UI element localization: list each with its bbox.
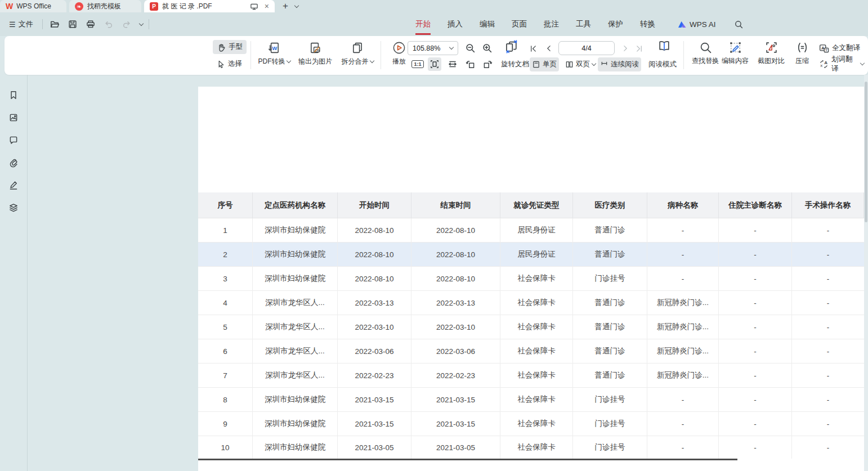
table-cell: 深圳市妇幼保健院 [253,218,338,243]
zoom-in-button[interactable] [481,42,493,54]
single-page-label: 单页 [543,60,557,69]
edit-content-icon [729,41,742,55]
table-row[interactable]: 1深圳市妇幼保健院2022-08-102022-08-10居民身份证普通门诊--… [198,218,864,243]
tab-list-chevron-icon[interactable] [294,3,299,7]
page-indicator-input[interactable]: 4/4 [558,41,615,55]
table-row[interactable]: 9深圳市妇幼保健院2021-03-152021-03-15社会保障卡门诊挂号--… [198,412,864,436]
read-mode-icon[interactable] [655,40,673,52]
zoom-level-select[interactable]: 105.88% [408,41,458,55]
table-cell: - [792,315,864,339]
menu-item-8[interactable]: 转换 [640,19,655,29]
tab-docer[interactable]: ❧ 找稻壳模板 [69,0,141,12]
table-row[interactable]: 3深圳市妇幼保健院2022-08-102022-08-10社会保障卡门诊挂号--… [198,267,864,291]
pdf-convert-button[interactable]: W PDF转换 [254,41,294,66]
quickbar-chevron-icon[interactable] [138,21,143,25]
menu-item-4[interactable]: 页面 [512,19,527,29]
edit-content-button[interactable]: 编辑内容 [717,41,753,66]
table-row[interactable]: 10深圳市妇幼保健院2021-03-052021-03-05社会保障卡门诊挂号-… [198,436,864,459]
signature-icon[interactable] [7,178,20,192]
table-row[interactable]: 7深圳市龙华区人...2022-02-232022-02-23社会保障卡普通门诊… [198,364,864,388]
screenshot-compare-button[interactable]: 截图对比 [753,41,789,66]
full-translate-button[interactable]: A 文 全文翻译 [815,41,864,55]
table-row[interactable]: 6深圳市龙华区人...2022-03-062022-03-06社会保障卡普通门诊… [198,339,864,364]
prev-page-button[interactable] [543,42,555,55]
edit-content-label: 编辑内容 [722,56,749,66]
first-page-button[interactable] [527,42,539,55]
bookmark-icon[interactable] [7,88,20,102]
screen-cast-icon[interactable] [248,0,261,12]
table-row[interactable]: 4深圳市龙华区人...2022-03-132022-03-13社会保障卡普通门诊… [198,291,864,315]
scrollbar-thumb[interactable] [865,82,867,222]
new-tab-button[interactable]: + [279,1,292,12]
split-merge-button[interactable]: 拆分合并 [337,41,378,66]
menu-right: WPS AI [671,12,745,36]
table-cell: 普通门诊 [573,315,647,339]
compress-icon [796,41,809,55]
document-area[interactable]: 序号定点医药机构名称开始时间结束时间就诊凭证类型医疗类别病种名称住院主诊断名称手… [28,75,868,471]
menu-item-3[interactable]: 编辑 [480,19,495,29]
table-bottom-border [198,459,737,460]
screenshot-compare-label: 截图对比 [758,56,785,66]
zoom-out-button[interactable] [464,42,476,54]
table-row[interactable]: 5深圳市龙华区人...2022-03-102022-03-10社会保障卡普通门诊… [198,315,864,339]
next-page-button[interactable] [619,42,632,55]
actual-size-button[interactable]: 1:1 [411,57,424,71]
menu-item-1[interactable]: 开始 [415,19,431,29]
undo-icon[interactable] [102,18,115,30]
select-tool-button[interactable]: 选择 [213,57,246,71]
table-row[interactable]: 2深圳市妇幼保健院2022-08-102022-08-10居民身份证普通门诊--… [198,243,864,267]
menu-item-7[interactable]: 保护 [608,19,623,29]
table-cell: 2022-08-10 [411,218,500,243]
tab-wps-home[interactable]: W WPS Office [0,0,66,12]
read-mode-button[interactable]: 阅读模式 [646,57,679,71]
last-page-button[interactable] [633,42,645,55]
table-cell: - [719,388,792,412]
word-translate-button[interactable]: x A 划词翻译 [815,57,868,71]
split-merge-icon [351,41,364,55]
attachment-icon[interactable] [7,156,20,169]
redo-icon[interactable] [120,18,133,30]
chevron-down-icon [369,59,374,63]
rotate-pages-button[interactable] [503,41,520,53]
rotate-document-button[interactable]: 旋转文档 [499,57,531,71]
table-cell: 普通门诊 [573,243,647,267]
fit-page-button[interactable] [428,57,441,71]
comment-icon[interactable] [7,133,20,147]
table-row[interactable]: 8深圳市妇幼保健院2021-03-152021-03-15社会保障卡门诊挂号--… [198,388,864,412]
hand-tool-button[interactable]: 手型 [213,40,247,54]
open-folder-icon[interactable] [48,18,61,30]
menu-item-6[interactable]: 工具 [576,19,591,29]
menu-item-2[interactable]: 插入 [448,19,463,29]
print-icon[interactable] [84,18,97,30]
menu-items: 开始插入编辑页面批注工具保护转换 [415,12,655,36]
menu-item-5[interactable]: 批注 [544,19,559,29]
double-page-button[interactable]: 双页 [563,57,598,71]
thumbnail-icon[interactable] [7,111,20,124]
pdf-convert-icon: W [267,41,281,55]
pdf-file-icon: P [150,2,158,11]
table-cell: 10 [198,436,253,459]
table-cell: 2022-03-10 [411,315,500,339]
table-cell: - [719,364,792,388]
single-page-button[interactable]: 单页 [530,57,559,71]
wps-ai-button[interactable]: WPS AI [678,20,716,29]
table-cell: 普通门诊 [573,218,647,243]
file-menu-button[interactable]: ☰ 文件 [6,17,37,32]
svg-text:x: x [820,63,822,68]
table-cell: - [792,339,864,364]
export-image-button[interactable]: 输出为图片 [295,41,335,66]
close-tab-icon[interactable]: × [265,2,269,11]
fit-width-button[interactable] [446,57,459,71]
save-icon[interactable] [66,18,79,30]
layers-icon[interactable] [7,201,20,214]
continuous-read-button[interactable]: 连续阅读 [598,57,641,71]
vertical-scrollbar[interactable] [864,75,868,471]
compress-button[interactable]: 压缩 [788,41,816,66]
table-cell: 2022-08-10 [411,267,500,291]
table-cell: - [792,291,864,315]
search-icon[interactable] [733,18,745,30]
svg-text:W: W [272,45,278,51]
tab-document[interactable]: P 就 医 记 录 .PDF × [144,0,275,12]
rotate-right-button[interactable] [481,57,494,71]
rotate-left-button[interactable] [464,57,477,71]
